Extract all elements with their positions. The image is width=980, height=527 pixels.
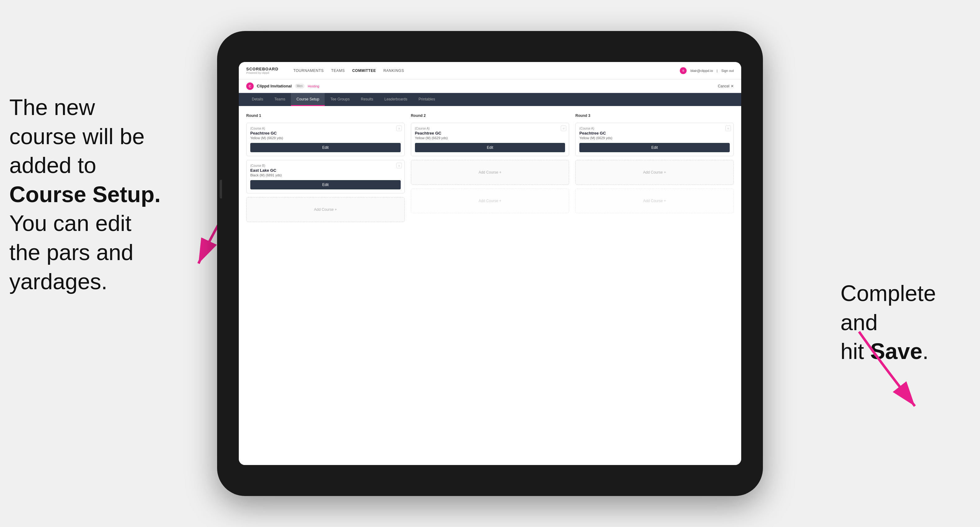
edit-button-r3-a[interactable]: Edit <box>579 143 730 152</box>
add-course-r3[interactable]: Add Course + <box>575 160 734 185</box>
round-3-column: Round 3 ○ (Course A) Peachtree GC Yellow… <box>575 113 734 222</box>
course-card-r1-b: ○ (Course B) East Lake GC Black (M) (689… <box>246 160 405 194</box>
brand: SCOREBOARD Powered by clippd <box>246 67 278 75</box>
course-name-r2-a: Peachtree GC <box>415 131 565 135</box>
course-details-r2-a: Yellow (M) (6629 yds) <box>415 136 565 140</box>
round-1-column: Round 1 ○ (Course A) Peachtree GC Yellow… <box>246 113 405 222</box>
tab-details[interactable]: Details <box>246 93 269 106</box>
course-card-r3-a: ○ (Course A) Peachtree GC Yellow (M) (66… <box>575 123 734 156</box>
nav-separator: | <box>717 69 718 73</box>
round-3-label: Round 3 <box>575 113 734 118</box>
tab-results[interactable]: Results <box>355 93 379 106</box>
sign-out-link[interactable]: Sign out <box>721 69 734 73</box>
brand-subtitle: Powered by clippd <box>246 71 278 75</box>
remove-course-r3-a[interactable]: ○ <box>725 125 731 131</box>
annotation-left: The new course will be added to Course S… <box>9 93 161 296</box>
cancel-button[interactable]: Cancel ✕ <box>718 84 734 88</box>
add-course-r3-disabled: Add Course + <box>575 189 734 213</box>
add-course-r1[interactable]: Add Course + <box>246 197 405 222</box>
nav-link-tournaments[interactable]: TOURNAMENTS <box>293 68 324 73</box>
round-2-column: Round 2 ○ (Course A) Peachtree GC Yellow… <box>411 113 570 222</box>
tablet-screen: SCOREBOARD Powered by clippd TOURNAMENTS… <box>239 62 741 465</box>
course-card-r1-a: ○ (Course A) Peachtree GC Yellow (M) (66… <box>246 123 405 156</box>
add-course-r2-disabled: Add Course + <box>411 189 570 213</box>
round-1-label: Round 1 <box>246 113 405 118</box>
add-course-disabled-text-r3: Add Course + <box>643 199 666 203</box>
nav-link-committee[interactable]: COMMITTEE <box>352 68 376 73</box>
course-label-r3-a: (Course A) <box>579 127 730 130</box>
course-details-r3-a: Yellow (M) (6629 yds) <box>579 136 730 140</box>
add-course-r2[interactable]: Add Course + <box>411 160 570 185</box>
add-course-disabled-text-r2: Add Course + <box>479 199 501 203</box>
tournament-bar: C Clippd Invitational Men Hosting Cancel… <box>239 79 741 93</box>
user-email: blair@clippd.io <box>690 69 713 73</box>
add-course-text-r3: Add Course + <box>643 170 666 175</box>
edit-button-r2-a[interactable]: Edit <box>415 143 565 152</box>
nav-right: B blair@clippd.io | Sign out <box>680 67 734 74</box>
top-nav: SCOREBOARD Powered by clippd TOURNAMENTS… <box>239 62 741 79</box>
content-area: Round 1 ○ (Course A) Peachtree GC Yellow… <box>239 106 741 465</box>
course-details-r1-a: Yellow (M) (6629 yds) <box>250 136 401 140</box>
tab-teams[interactable]: Teams <box>269 93 291 106</box>
tab-leaderboards[interactable]: Leaderboards <box>379 93 413 106</box>
annotation-arrow-right <box>843 325 937 419</box>
course-card-r2-a: ○ (Course A) Peachtree GC Yellow (M) (66… <box>411 123 570 156</box>
tournament-name: Clippd Invitational <box>257 84 292 88</box>
rounds-grid: Round 1 ○ (Course A) Peachtree GC Yellow… <box>246 113 734 222</box>
remove-course-r2-a[interactable]: ○ <box>561 125 566 131</box>
tab-course-setup[interactable]: Course Setup <box>291 93 325 106</box>
tournament-status: Hosting <box>308 84 319 88</box>
edit-button-r1-b[interactable]: Edit <box>250 180 401 189</box>
edit-button-r1-a[interactable]: Edit <box>250 143 401 152</box>
remove-course-r1-a[interactable]: ○ <box>396 125 402 131</box>
course-label-r2-a: (Course A) <box>415 127 565 130</box>
brand-title: SCOREBOARD <box>246 67 278 71</box>
sub-nav: Details Teams Course Setup Tee Groups Re… <box>239 93 741 106</box>
avatar: B <box>680 67 687 74</box>
nav-links: TOURNAMENTS TEAMS COMMITTEE RANKINGS <box>293 68 670 73</box>
add-course-text-r1: Add Course + <box>314 207 337 212</box>
course-label-r1-a: (Course A) <box>250 127 401 130</box>
add-course-text-r2: Add Course + <box>479 170 501 175</box>
nav-link-rankings[interactable]: RANKINGS <box>383 68 404 73</box>
tab-printables[interactable]: Printables <box>413 93 441 106</box>
tournament-badge: Men <box>295 84 305 88</box>
course-name-r1-b: East Lake GC <box>250 168 401 173</box>
remove-course-r1-b[interactable]: ○ <box>396 163 402 168</box>
tab-tee-groups[interactable]: Tee Groups <box>325 93 355 106</box>
tournament-logo: C <box>246 83 254 90</box>
course-details-r1-b: Black (M) (6891 yds) <box>250 173 401 177</box>
tournament-info: C Clippd Invitational Men Hosting <box>246 83 319 90</box>
round-2-label: Round 2 <box>411 113 570 118</box>
nav-link-teams[interactable]: TEAMS <box>331 68 345 73</box>
tablet-button <box>220 180 222 198</box>
course-name-r3-a: Peachtree GC <box>579 131 730 135</box>
tablet-shell: SCOREBOARD Powered by clippd TOURNAMENTS… <box>217 31 763 496</box>
course-label-r1-b: (Course B) <box>250 164 401 167</box>
course-name-r1-a: Peachtree GC <box>250 131 401 135</box>
